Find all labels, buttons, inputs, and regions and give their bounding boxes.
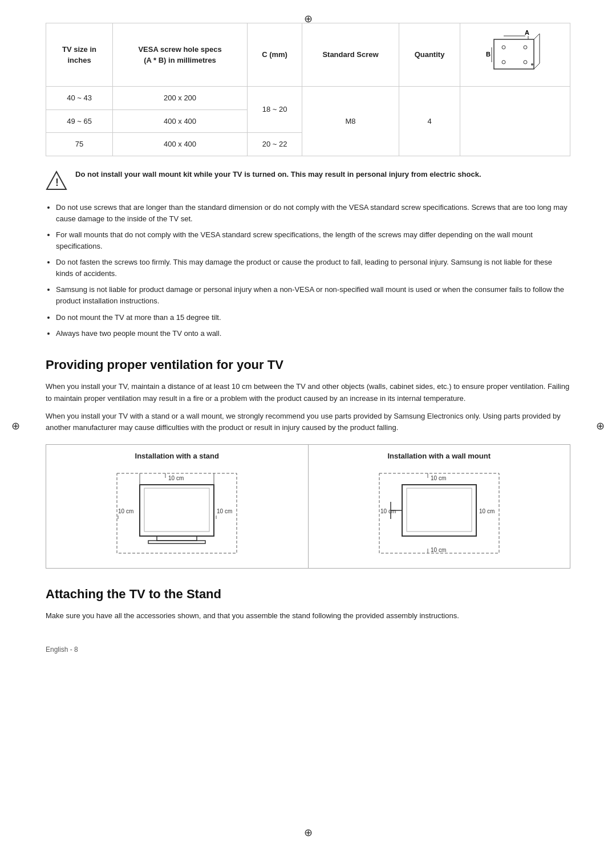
bullet-item: Samsung is not liable for product damage…	[56, 284, 570, 307]
svg-text:10 cm: 10 cm	[431, 547, 446, 553]
tv-size-2: 49 ~ 65	[46, 109, 113, 133]
svg-rect-19	[157, 536, 197, 541]
col-header-tv-size: TV size ininches	[46, 23, 113, 87]
svg-point-9	[502, 60, 505, 64]
col-header-screw: Standard Screw	[302, 23, 399, 87]
col-header-c: C (mm)	[247, 23, 302, 87]
svg-text:10 cm: 10 cm	[431, 475, 446, 481]
warning-text: Do not install your wall mount kit while…	[75, 169, 481, 180]
ventilation-heading: Providing proper ventilation for your TV	[46, 355, 570, 374]
svg-text:10 cm: 10 cm	[168, 475, 184, 481]
install-stand-diagram: 10 cm 10 cm 10 cm	[111, 468, 242, 559]
vesa-1: 200 x 200	[113, 87, 248, 110]
col-header-diagram: A B	[460, 23, 570, 87]
ventilation-para1: When you install your TV, maintain a dis…	[46, 381, 570, 405]
bullet-item: For wall mounts that do not comply with …	[56, 229, 570, 252]
bullet-item: Do not mount the TV at more than a 15 de…	[56, 312, 570, 323]
svg-rect-20	[148, 541, 205, 543]
svg-text:B: B	[486, 51, 491, 58]
specs-table: TV size ininches VESA screw hole specs(A…	[46, 23, 570, 156]
svg-line-3	[534, 34, 540, 39]
tv-size-3: 75	[46, 133, 113, 156]
svg-rect-2	[494, 39, 534, 69]
reg-mark-bottom: ⊕	[304, 825, 313, 841]
svg-rect-18	[144, 488, 209, 532]
svg-point-10	[524, 60, 527, 64]
svg-point-13	[531, 63, 533, 66]
svg-point-7	[502, 46, 505, 49]
bullet-item: Always have two people mount the TV onto…	[56, 328, 570, 339]
svg-rect-17	[140, 485, 214, 536]
svg-line-4	[534, 63, 540, 69]
svg-text:10 cm: 10 cm	[217, 508, 232, 514]
install-wall-col: Installation with a wall mount 10 cm 10 …	[309, 445, 570, 568]
reg-mark-right: ⊕	[596, 419, 605, 434]
installation-diagrams: Installation with a stand 10 cm 10 cm 10…	[46, 444, 570, 569]
warning-icon: !	[46, 170, 67, 192]
reg-mark-top: ⊕	[304, 11, 313, 27]
svg-text:!: !	[55, 177, 59, 188]
svg-point-8	[524, 46, 527, 49]
bullet-item: Do not use screws that are longer than t…	[56, 202, 570, 225]
vesa-3: 400 x 400	[113, 133, 248, 156]
attach-stand-para: Make sure you have all the accessories s…	[46, 610, 570, 622]
c-1-2: 18 ~ 20	[247, 87, 302, 133]
bullet-list: Do not use screws that are longer than t…	[56, 202, 570, 339]
qty-all: 4	[399, 87, 460, 156]
ventilation-para2: When you install your TV with a stand or…	[46, 411, 570, 435]
page-number: English - 8	[46, 646, 78, 654]
reg-mark-left: ⊕	[11, 419, 20, 434]
svg-text:10 cm: 10 cm	[118, 508, 133, 514]
bullet-item: Do not fasten the screws too firmly. Thi…	[56, 257, 570, 279]
warning-box: ! Do not install your wall mount kit whi…	[46, 168, 570, 193]
svg-text:10 cm: 10 cm	[479, 508, 495, 514]
svg-text:A: A	[525, 29, 529, 36]
screw-all: M8	[302, 87, 399, 156]
svg-text:10 cm: 10 cm	[380, 508, 396, 514]
tv-size-1: 40 ~ 43	[46, 87, 113, 110]
vesa-2: 400 x 400	[113, 109, 248, 133]
install-wall-diagram: 10 cm 10 cm 10 cm 10 cm	[374, 468, 505, 559]
c-3: 20 ~ 22	[247, 133, 302, 156]
install-wall-title: Installation with a wall mount	[318, 451, 561, 462]
install-stand-title: Installation with a stand	[55, 451, 299, 462]
diagram-cell	[460, 87, 570, 156]
svg-rect-32	[407, 488, 472, 532]
col-header-qty: Quantity	[399, 23, 460, 87]
svg-rect-31	[402, 485, 476, 536]
attach-stand-heading: Attaching the TV to the Stand	[46, 585, 570, 603]
col-header-vesa: VESA screw hole specs(A * B) in millimet…	[113, 23, 248, 87]
page-footer: English - 8	[46, 644, 570, 655]
install-stand-col: Installation with a stand 10 cm 10 cm 10…	[46, 445, 309, 568]
table-row: 40 ~ 43 200 x 200 18 ~ 20 M8 4	[46, 87, 570, 110]
